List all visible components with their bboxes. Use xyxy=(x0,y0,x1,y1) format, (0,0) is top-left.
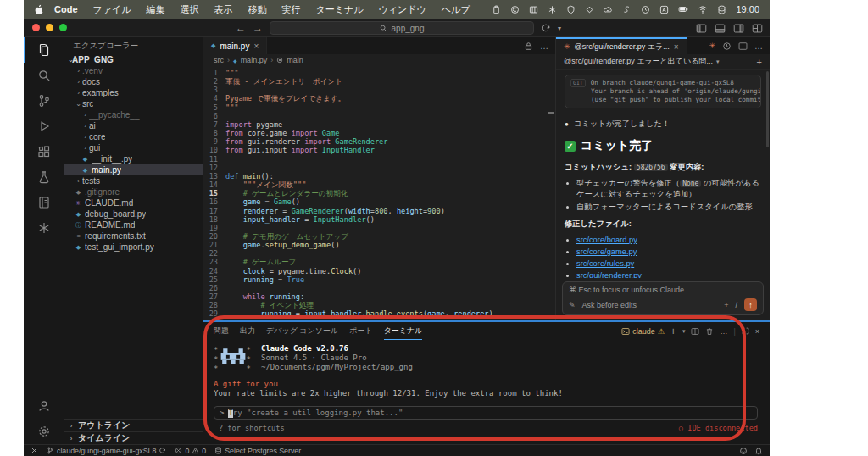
chat-transcript[interactable]: GITOn branch claude/gungi-game-gui-gxSL8… xyxy=(556,70,770,278)
window-grid-icon[interactable] xyxy=(529,5,538,14)
code-line[interactable]: 2軍儀 - メインエントリーポイント xyxy=(203,77,555,86)
tree-item-.gitignore[interactable]: ◆.gitignore xyxy=(64,186,203,197)
menubar-item[interactable]: ターミナル xyxy=(309,3,371,16)
toggle-primary-sidebar-icon[interactable] xyxy=(696,23,707,34)
clock-icon[interactable] xyxy=(641,5,650,14)
code-line[interactable]: 3 xyxy=(203,86,555,94)
lock-icon[interactable] xyxy=(524,42,533,51)
code-line[interactable]: 5""" xyxy=(203,103,555,112)
battery-icon[interactable] xyxy=(678,4,688,14)
panel-tab-ターミナル[interactable]: ターミナル xyxy=(384,322,423,340)
tree-item-docs[interactable]: ›docs xyxy=(64,76,203,87)
tree-item-CLAUDE.md[interactable]: ✳CLAUDE.md xyxy=(64,197,203,209)
new-chat-button[interactable]: + xyxy=(757,57,762,67)
tab-main-py[interactable]: ◆ main.py × xyxy=(203,37,267,54)
file-link[interactable]: src/core/game.py xyxy=(576,247,637,256)
code-line[interactable]: 25 running = True xyxy=(203,275,555,284)
code-line[interactable]: 27 while running: xyxy=(203,292,555,301)
terminal-prompt-input[interactable]: >Try "create a util logging.py that..." xyxy=(214,406,758,420)
code-line[interactable]: 12 xyxy=(203,164,555,172)
panel-tab-出力[interactable]: 出力 xyxy=(240,322,255,340)
activity-run-debug-icon[interactable] xyxy=(24,114,64,139)
remote-indicator[interactable] xyxy=(31,447,38,454)
panel-tab-ポート[interactable]: ポート xyxy=(349,322,372,340)
close-panel-icon[interactable]: × xyxy=(755,327,760,336)
code-line[interactable]: 17 renderer = GameRenderer(width=800, he… xyxy=(203,207,555,215)
snowflake-icon[interactable] xyxy=(548,5,557,14)
tree-item-README.md[interactable]: ⓘREADME.md xyxy=(64,220,203,231)
activity-account-icon[interactable] xyxy=(24,393,64,419)
code-line[interactable]: 21 game.setup_demo_game() xyxy=(203,241,555,249)
tree-item-src[interactable]: ⌄src xyxy=(64,98,203,109)
notifications-bell-icon[interactable] xyxy=(754,447,763,455)
tree-item-core[interactable]: ›core xyxy=(64,131,203,142)
menubar-item[interactable]: 編集 xyxy=(139,3,173,16)
go-back-button[interactable]: ← xyxy=(236,23,246,33)
file-link[interactable]: src/core/board.py xyxy=(576,236,637,244)
close-tab-icon[interactable]: × xyxy=(674,42,679,52)
terminal[interactable]: *** *** xyxy=(203,340,770,444)
chat-session-dropdown[interactable]: @src/gui/renderer.py エラーと出ている問... ▾ + xyxy=(556,54,770,70)
postgres-status[interactable]: Select Postgres Server xyxy=(214,447,301,455)
minimize-window-button[interactable] xyxy=(46,24,53,31)
activity-source-control-icon[interactable] xyxy=(24,88,64,114)
database-icon[interactable] xyxy=(717,5,726,14)
wifi-icon[interactable] xyxy=(698,4,708,14)
sync-icon[interactable] xyxy=(541,23,551,33)
menubar-item[interactable]: 移動 xyxy=(241,3,275,16)
shield-icon[interactable] xyxy=(566,5,576,14)
code-line[interactable]: 29 running = input_handler.handle_events… xyxy=(203,309,555,318)
menubar-item[interactable]: ファイル xyxy=(86,3,139,16)
breadcrumb[interactable]: src › ◆ main.py › main xyxy=(203,54,555,66)
tree-item-__init__.py[interactable]: ◆__init__.py xyxy=(64,153,203,164)
tab-claude-chat[interactable]: ✳ @src/gui/renderer.py エラ... × xyxy=(556,37,687,54)
code-line[interactable]: 20 # デモ用のゲームセットアップ xyxy=(203,232,555,241)
code-line[interactable]: 9from gui.renderer import GameRenderer xyxy=(203,137,555,146)
menubar-item[interactable]: ウィンドウ xyxy=(371,3,434,16)
code-editor[interactable]: 1"""2軍儀 - メインエントリーポイント34Pygame で軍儀をプレイでき… xyxy=(203,66,555,320)
outline-section[interactable]: › アウトライン xyxy=(64,419,203,431)
code-line[interactable]: 28 # イベント処理 xyxy=(203,301,555,309)
tree-item-tests[interactable]: ›tests xyxy=(64,175,203,186)
tree-item-ai[interactable]: ›ai xyxy=(64,120,203,131)
activity-settings-gear-icon[interactable] xyxy=(24,419,64,444)
code-line[interactable]: 18 input_handler = InputHandler() xyxy=(203,215,555,224)
code-line[interactable]: 23 # ゲームループ xyxy=(203,258,555,266)
zoom-window-button[interactable] xyxy=(59,24,67,31)
maximize-panel-icon[interactable] xyxy=(742,327,749,335)
code-line[interactable]: 24 clock = pygame.time.Clock() xyxy=(203,267,555,275)
input-source-icon[interactable] xyxy=(659,5,669,14)
tree-item-requirements.txt[interactable]: ≡requirements.txt xyxy=(64,231,203,242)
code-line[interactable]: 6 xyxy=(203,112,555,120)
feedback-smiley-icon[interactable] xyxy=(739,447,748,455)
ask-before-edits-label[interactable]: Ask before edits xyxy=(582,301,637,309)
breadcrumb-src[interactable]: src xyxy=(214,56,224,64)
tree-item-debug_board.py[interactable]: ◆debug_board.py xyxy=(64,209,203,220)
code-line[interactable]: 16 game = Game() xyxy=(203,197,555,206)
command-center-search[interactable]: app_gng xyxy=(270,21,534,35)
claude-new-chat-icon[interactable]: ✳ xyxy=(709,42,715,50)
breadcrumb-file[interactable]: main.py xyxy=(241,56,268,64)
menubar-clock[interactable]: 19:00 xyxy=(736,4,760,14)
more-actions-icon[interactable]: … xyxy=(540,42,548,51)
s-shape-icon[interactable] xyxy=(622,5,632,14)
timeline-section[interactable]: › タイムライン xyxy=(64,431,203,444)
claude-input-box[interactable]: ⌘ Esc to focus or unfocus Claude ✎ Ask b… xyxy=(562,281,764,315)
menubar-app-name[interactable]: Code xyxy=(47,4,86,14)
git-branch-status[interactable]: claude/gungi-game-gui-gxSL8 xyxy=(47,447,166,455)
diamond-icon[interactable] xyxy=(585,5,594,14)
tree-item-test_gui_import.py[interactable]: ◆test_gui_import.py xyxy=(64,242,203,253)
trash-icon[interactable] xyxy=(705,327,714,336)
code-line[interactable]: 1""" xyxy=(203,69,555,77)
history-icon[interactable] xyxy=(722,42,732,51)
tree-item-main.py[interactable]: ◆main.py xyxy=(64,164,203,175)
customize-layout-icon[interactable] xyxy=(752,23,763,34)
panel-tab-問題[interactable]: 問題 xyxy=(214,322,229,340)
code-line[interactable]: 7import pygame xyxy=(203,120,555,129)
apple-menu-icon[interactable] xyxy=(34,4,43,15)
code-line[interactable]: 8from core.game import Game xyxy=(203,129,555,137)
attach-button[interactable]: + xyxy=(724,301,728,309)
code-line[interactable]: 22 xyxy=(203,249,555,258)
split-editor-icon[interactable] xyxy=(738,42,748,51)
go-forward-button[interactable]: → xyxy=(253,23,263,33)
